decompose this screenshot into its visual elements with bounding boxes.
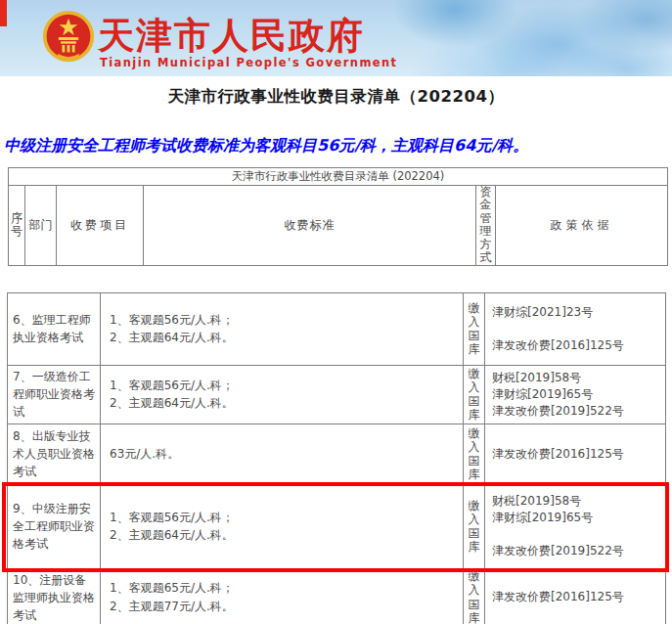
col-header-dept: 部门 (25, 186, 57, 266)
table-row-6: 6、监理工程师执业资格考试 1、客观题56元/人.科； 2、主观题64元/人.科… (8, 292, 666, 365)
fund-management: 缴 入 国 库 (464, 292, 485, 365)
policy-basis: 财税[2019]58号 津财综[2019]65号 津发改价费[2019]522号 (485, 484, 666, 568)
fee-standard: 1、客观题56元/人.科； 2、主观题64元/人.科。 (101, 484, 464, 568)
fee-notice-text: 中级注册安全工程师考试收费标准为客观科目56元/科，主观科目64元/科。 (0, 136, 672, 156)
col-header-standard: 收费标准 (144, 186, 476, 266)
col-header-seq: 序 号 (9, 186, 25, 266)
fee-table-rows: 6、监理工程师执业资格考试 1、客观题56元/人.科； 2、主观题64元/人.科… (7, 292, 666, 624)
fee-table-rows-wrap: 6、监理工程师执业资格考试 1、客观题56元/人.科； 2、主观题64元/人.科… (7, 292, 665, 624)
table-row-9-highlighted: 9、中级注册安全工程师职业资格考试 1、客观题56元/人.科； 2、主观题64元… (8, 484, 666, 568)
col-header-item: 收费项目 (57, 186, 144, 266)
fee-table-header: 天津市行政事业性收费目录清单 (202204) 序 号 部门 收费项目 收费标准… (8, 167, 668, 266)
fee-item: 10、注册设备监理师执业资格考试 (8, 568, 101, 624)
fund-management: 缴 入 国 库 (464, 568, 485, 624)
fee-item: 9、中级注册安全工程师职业资格考试 (8, 484, 101, 568)
col-header-policy: 政策依据 (496, 186, 668, 266)
col-header-fund: 资 金 管 理 方 式 (476, 186, 496, 266)
fee-standard: 63元/人.科。 (101, 423, 464, 484)
table-row-7: 7、一级造价工程师职业资格考试 1、客观题56元/人.科； 2、主观题64元/人… (8, 365, 666, 423)
fee-item: 7、一级造价工程师职业资格考试 (8, 365, 101, 423)
gov-site-title[interactable]: 天津市人民政府 (98, 12, 365, 61)
policy-basis: 财税[2019]58号 津财综[2019]65号 津发改价费[2019]522号 (485, 365, 666, 423)
gov-banner: 天津市人民政府 Tianjin Municipal People's Gover… (0, 0, 672, 76)
fund-management: 缴 入 国 库 (464, 365, 485, 423)
fee-standard: 1、客观题56元/人.科； 2、主观题64元/人.科。 (101, 365, 464, 423)
policy-basis: 津发改价费[2016]125号 (485, 568, 666, 624)
china-national-emblem-icon (41, 10, 96, 67)
policy-basis: 津财综[2021]23号 津发改价费[2016]125号 (485, 292, 666, 365)
fee-item: 6、监理工程师执业资格考试 (8, 292, 101, 365)
fee-standard: 1、客观题65元/人.科； 2、主观题77元/人.科。 (101, 568, 464, 624)
gov-site-subtitle: Tianjin Municipal People's Government (100, 56, 398, 69)
fund-management: 缴 入 国 库 (464, 423, 485, 484)
table-caption: 天津市行政事业性收费目录清单 (202204) (9, 168, 668, 186)
fund-management: 缴 入 国 库 (464, 484, 485, 568)
fee-standard: 1、客观题56元/人.科； 2、主观题64元/人.科。 (101, 292, 464, 365)
fee-item: 8、出版专业技术人员职业资格考试 (8, 423, 101, 484)
corner-red-bar (0, 0, 7, 26)
table-row-10: 10、注册设备监理师执业资格考试 1、客观题65元/人.科； 2、主观题77元/… (8, 568, 666, 624)
page-title: 天津市行政事业性收费目录清单（202204） (0, 86, 672, 108)
policy-basis: 津发改价费[2016]125号 (485, 423, 666, 484)
table-row-8: 8、出版专业技术人员职业资格考试 63元/人.科。 缴 入 国 库 津发改价费[… (8, 423, 666, 484)
